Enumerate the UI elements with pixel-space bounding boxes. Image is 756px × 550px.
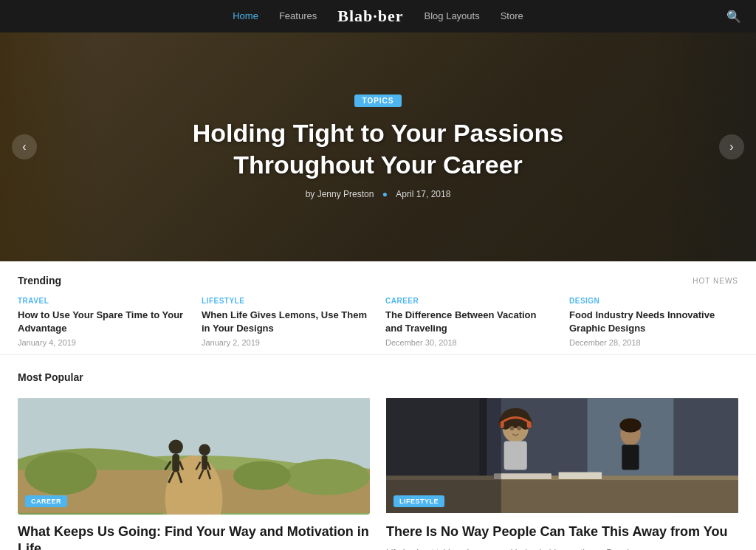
nav-link-store[interactable]: Store <box>501 10 523 21</box>
trending-item-title[interactable]: How to Use Your Spare Time to Your Advan… <box>18 309 187 334</box>
hero-prev-button[interactable]: ‹ <box>12 134 37 159</box>
nav-link-blog-layouts[interactable]: Blog Layouts <box>425 10 480 21</box>
trending-header: Trending HOT NEWS <box>18 275 738 286</box>
navigation: Home Features Blab·ber Blog Layouts Stor… <box>0 0 756 32</box>
svg-rect-21 <box>18 398 370 513</box>
popular-card: CAREER What Keeps Us Going: Find Your Wa… <box>18 396 370 550</box>
trending-item-date: January 2, 2019 <box>202 338 371 347</box>
nav-link-features[interactable]: Features <box>279 10 317 21</box>
popular-card-title[interactable]: What Keeps Us Going: Find Your Way and M… <box>18 523 370 550</box>
trending-item-title[interactable]: The Difference Between Vacation and Trav… <box>385 309 554 334</box>
trending-grid: TRAVEL How to Use Your Spare Time to You… <box>18 297 738 347</box>
hero-next-button[interactable]: › <box>719 134 744 159</box>
hero-date: April 17, 2018 <box>396 189 450 199</box>
trending-title: Trending <box>18 275 61 286</box>
site-logo: Blab·ber <box>337 7 403 26</box>
trending-section: Trending HOT NEWS TRAVEL How to Use Your… <box>0 261 756 355</box>
hero-dot: ● <box>382 189 388 199</box>
trending-item: CAREER The Difference Between Vacation a… <box>385 297 554 347</box>
trending-item-date: December 28, 2018 <box>569 338 738 347</box>
popular-title: Most Popular <box>18 371 738 383</box>
hero-author: by Jenny Preston <box>306 189 374 199</box>
popular-card: LIFESTYLE There Is No Way People Can Tak… <box>386 396 738 550</box>
popular-grid: CAREER What Keeps Us Going: Find Your Wa… <box>18 396 738 550</box>
hero-content: TOPICS Holding Tight to Your Passions Th… <box>157 94 599 199</box>
trending-item-date: January 4, 2019 <box>18 338 187 347</box>
popular-card-badge: CAREER <box>25 495 67 507</box>
search-icon[interactable]: 🔍 <box>726 10 741 24</box>
nav-left-links: Home Features <box>233 10 317 22</box>
popular-card-badge: LIFESTYLE <box>394 495 444 507</box>
trending-category-lifestyle: LIFESTYLE <box>202 297 371 305</box>
popular-card-title[interactable]: There Is No Way People Can Take This Awa… <box>386 523 738 540</box>
trending-item-date: December 30, 2018 <box>385 338 554 347</box>
nav-right-links: Blog Layouts Store <box>425 10 523 22</box>
hero-section: ‹ TOPICS Holding Tight to Your Passions … <box>0 32 756 261</box>
trending-category-career: CAREER <box>385 297 554 305</box>
hot-news-label: HOT NEWS <box>693 277 738 285</box>
popular-section: Most Popular <box>0 355 756 550</box>
popular-card-image[interactable]: LIFESTYLE <box>386 396 738 515</box>
popular-card-image[interactable]: CAREER <box>18 396 370 515</box>
trending-item: DESIGN Food Industry Needs Innovative Gr… <box>569 297 738 347</box>
popular-card-image-svg <box>18 396 370 515</box>
hero-title: Holding Tight to Your Passions Throughou… <box>157 117 599 180</box>
trending-item-title[interactable]: Food Industry Needs Innovative Graphic D… <box>569 309 738 334</box>
trending-category-design: DESIGN <box>569 297 738 305</box>
popular-card-excerpt: Life is about taking chances and being b… <box>386 546 738 550</box>
hero-meta: by Jenny Preston ● April 17, 2018 <box>157 189 599 199</box>
hero-badge: TOPICS <box>354 94 401 107</box>
trending-item: LIFESTYLE When Life Gives Lemons, Use Th… <box>202 297 371 347</box>
trending-item: TRAVEL How to Use Your Spare Time to You… <box>18 297 187 347</box>
trending-category-travel: TRAVEL <box>18 297 187 305</box>
trending-item-title[interactable]: When Life Gives Lemons, Use Them in Your… <box>202 309 371 334</box>
nav-link-home[interactable]: Home <box>233 10 258 21</box>
